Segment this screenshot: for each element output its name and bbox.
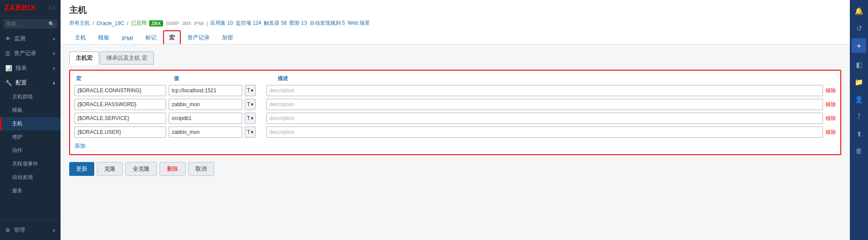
page-title: 主机 (69, 4, 841, 16)
macros-header: 宏 值 描述 (74, 75, 836, 82)
discovery-label: 自动发现 (12, 174, 33, 181)
type-label: T (247, 88, 250, 94)
macro-value-input[interactable] (169, 113, 242, 124)
macro-type-selector[interactable]: T ▾ (245, 126, 264, 138)
sidebar-item-actions[interactable]: 动作 (0, 144, 61, 157)
sub-tab-host-macros[interactable]: 主机宏 (69, 52, 99, 65)
link-web[interactable]: Web 场景 (348, 19, 370, 27)
logo-icons: 《 □ (46, 4, 56, 12)
sidebar-item-admin[interactable]: ⚙ 管理 ∨ (0, 223, 61, 237)
sidebar-item-maintenance[interactable]: 维护 (0, 130, 61, 144)
breadcrumb-separator3: | (206, 20, 208, 26)
macro-desc-input[interactable] (266, 99, 823, 110)
sidebar-item-hosts[interactable]: 主机 (0, 117, 61, 130)
macro-desc-input[interactable] (266, 85, 823, 96)
sidebar-item-correlations[interactable]: 关联项事件 (0, 157, 61, 171)
enabled-label: 已启用 (131, 19, 147, 27)
window-icon[interactable]: □ (53, 4, 56, 12)
templates-label: 模板 (12, 107, 22, 114)
macro-type-btn[interactable]: T ▾ (245, 99, 256, 110)
cancel-button[interactable]: 取消 (188, 162, 214, 176)
tab-host[interactable]: 主机 (69, 31, 92, 44)
table-row: T ▾ 移除 (74, 99, 836, 110)
tab-bar: 主机 模板 IPMI 标记 宏 资产记录 加密 (69, 30, 841, 44)
tab-tags[interactable]: 标记 (140, 31, 162, 44)
page-header: 主机 所有主机 / Oracle_19C / 已启用 ZBX SNMP JMX … (61, 0, 850, 45)
app-logo: ZABBIX (4, 3, 36, 13)
macro-name-input[interactable] (74, 85, 166, 96)
sidebar-item-label: 配置 (16, 79, 27, 87)
sidebar-item-monitor[interactable]: 👁 监测 ∨ (0, 31, 61, 46)
sidebar-nav: 👁 监测 ∨ ☰ 资产记录 ∨ 📊 报表 ∨ 🔧 配置 ∧ 主机群组 模板 主机 (0, 31, 61, 220)
macro-remove-link[interactable]: 移除 (826, 101, 836, 108)
add-macro-link[interactable]: 添加 (74, 142, 86, 150)
dropdown-icon: ▾ (251, 101, 253, 107)
macro-name-input[interactable] (74, 99, 166, 110)
macro-remove-link[interactable]: 移除 (826, 87, 836, 94)
macro-type-btn[interactable]: T ▾ (245, 113, 256, 124)
breadcrumb-all-hosts[interactable]: 所有主机 (69, 19, 90, 27)
sub-tab-bar: 主机宏 继承以及主机 宏 (69, 52, 841, 65)
macro-type-btn[interactable]: T ▾ (245, 126, 256, 138)
macro-type-btn[interactable]: T ▾ (245, 85, 256, 96)
header-desc: 描述 (278, 75, 834, 82)
macro-type-selector[interactable]: T ▾ (245, 99, 264, 110)
sidebar-item-templates[interactable]: 模板 (0, 104, 61, 117)
user-icon[interactable]: 👤 (852, 92, 866, 107)
macro-desc-input[interactable] (266, 126, 823, 138)
main-content: 主机 所有主机 / Oracle_19C / 已启用 ZBX SNMP JMX … (61, 0, 850, 240)
layers-icon[interactable]: ◧ (852, 57, 866, 72)
collapse-icon[interactable]: 《 (46, 4, 51, 12)
macro-value-input[interactable] (169, 99, 242, 110)
tab-macros[interactable]: 宏 (163, 30, 181, 44)
sidebar-item-config[interactable]: 🔧 配置 ∧ (0, 75, 61, 90)
search-area: 🔍 (0, 16, 61, 31)
macro-name-input[interactable] (74, 126, 166, 138)
delete-button[interactable]: 删除 (160, 162, 186, 176)
sidebar-item-discovery[interactable]: 自动发现 (0, 171, 61, 184)
macro-value-input[interactable] (169, 85, 242, 96)
macros-container: 宏 值 描述 T ▾ 移除 (69, 70, 841, 155)
actions-label: 动作 (12, 147, 22, 154)
bell-icon[interactable]: 🔔 (852, 3, 866, 18)
macro-desc-input[interactable] (266, 113, 823, 124)
link-app-sets[interactable]: 应用集 10 (210, 19, 233, 27)
macro-name-input[interactable] (74, 113, 166, 124)
link-monitors[interactable]: 监控项 124 (236, 19, 261, 27)
trash-icon[interactable]: 🗑 (852, 144, 866, 159)
plus-button[interactable]: ＋ (852, 38, 866, 53)
sidebar-item-reports[interactable]: 📊 报表 ∨ (0, 61, 61, 75)
tab-encrypt[interactable]: 加密 (216, 31, 239, 44)
update-button[interactable]: 更新 (69, 162, 94, 176)
sidebar: ZABBIX 《 □ 🔍 👁 监测 ∨ ☰ 资产记录 ∨ 📊 报表 ∨ 🔧 (0, 0, 61, 240)
sidebar-item-label: 监测 (14, 35, 26, 42)
sidebar-item-host-groups[interactable]: 主机群组 (0, 90, 61, 104)
link-graphs[interactable]: 图形 13 (289, 19, 307, 27)
type-label: T (247, 115, 250, 121)
macro-type-selector[interactable]: T ▾ (245, 113, 264, 124)
macro-type-selector[interactable]: T ▾ (245, 85, 264, 96)
refresh-icon[interactable]: ↺ (852, 21, 866, 36)
macro-remove-link[interactable]: 移除 (826, 129, 836, 136)
sidebar-item-services[interactable]: 服务 (0, 184, 61, 198)
link-triggers[interactable]: 触发器 58 (264, 19, 287, 27)
header-value: 值 (174, 75, 273, 82)
full-clone-button[interactable]: 全克隆 (125, 162, 157, 176)
upload-icon[interactable]: ⬆ (852, 126, 866, 141)
macro-value-input[interactable] (169, 126, 242, 138)
folder-icon[interactable]: 📁 (852, 75, 866, 89)
sidebar-item-label: 报表 (16, 64, 27, 72)
share-icon[interactable]: ⤴ (852, 109, 866, 124)
macro-remove-link[interactable]: 移除 (826, 115, 836, 122)
tab-ipmi[interactable]: IPMI (116, 32, 139, 44)
logo-area: ZABBIX 《 □ (0, 0, 61, 16)
link-discovery[interactable]: 自动发现规则 5 (310, 19, 345, 27)
clone-button[interactable]: 克隆 (97, 162, 123, 176)
services-label: 服务 (12, 187, 22, 195)
tab-assets[interactable]: 资产记录 (182, 31, 215, 44)
sub-tab-inherited-macros[interactable]: 继承以及主机 宏 (100, 52, 154, 65)
tab-template[interactable]: 模板 (93, 31, 115, 44)
sidebar-item-assets[interactable]: ☰ 资产记录 ∨ (0, 46, 61, 61)
breadcrumb-oracle[interactable]: Oracle_19C (96, 20, 124, 26)
hosts-label: 主机 (12, 120, 22, 127)
